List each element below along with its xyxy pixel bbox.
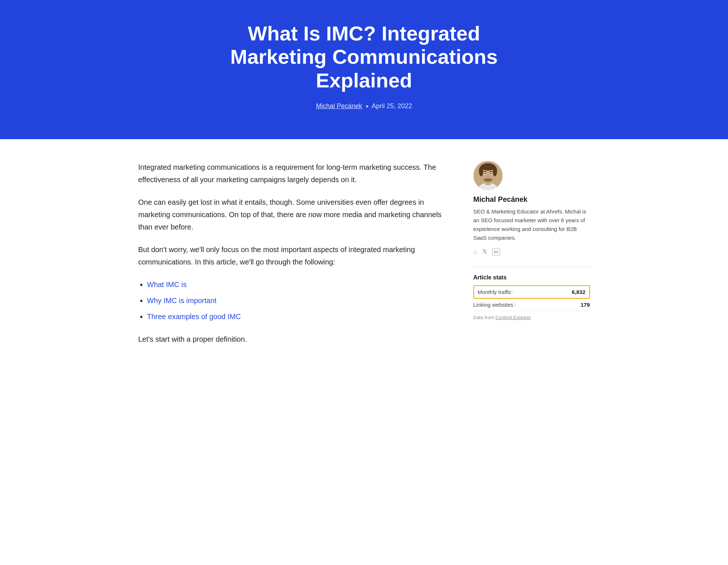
toc-link-1[interactable]: What IMC is	[147, 280, 187, 289]
list-item: Why IMC is important	[147, 294, 444, 307]
toc-link-2[interactable]: Why IMC is important	[147, 297, 217, 305]
toc-list: What IMC is Why IMC is important Three e…	[147, 278, 444, 323]
twitter-icon[interactable]: 𝕏	[482, 248, 487, 256]
monthly-traffic-value: 6,832	[572, 289, 586, 295]
article-stats: Article stats Monthly traffic i 6,832 Li…	[473, 267, 590, 320]
author-social-links: ⌂ 𝕏 in	[473, 248, 590, 256]
svg-point-9	[484, 173, 486, 174]
home-icon[interactable]: ⌂	[473, 248, 477, 256]
hero-meta: Michal Pecánek April 25, 2022	[7, 102, 721, 110]
stats-footer: Data from Content Explorer	[473, 315, 590, 320]
content-explorer-link[interactable]: Content Explorer	[495, 315, 531, 320]
linking-websites-info-icon[interactable]: i	[515, 302, 516, 307]
article-body: Integrated marketing communications is a…	[138, 161, 444, 356]
svg-point-10	[490, 173, 492, 174]
author-link[interactable]: Michal Pecánek	[316, 102, 362, 110]
author-name: Michal Pecánek	[473, 195, 590, 204]
closing-paragraph: Let's start with a proper definition.	[138, 333, 444, 345]
monthly-traffic-label: Monthly traffic i	[478, 289, 514, 295]
intro-paragraph-3: But don't worry, we'll only focus on the…	[138, 243, 444, 268]
svg-point-5	[479, 166, 483, 176]
avatar-image	[473, 161, 503, 190]
author-card: Michal Pecánek SEO & Marketing Educator …	[473, 161, 590, 256]
publish-date: April 25, 2022	[372, 102, 412, 110]
linkedin-icon[interactable]: in	[492, 248, 500, 256]
linking-websites-label: Linking websites i	[473, 302, 516, 308]
author-bio: SEO & Marketing Educator at Ahrefs. Mich…	[473, 207, 590, 242]
intro-paragraph-1: Integrated marketing communications is a…	[138, 161, 444, 186]
linking-websites-value: 179	[581, 302, 590, 308]
avatar	[473, 161, 503, 190]
sidebar: Michal Pecánek SEO & Marketing Educator …	[473, 161, 590, 320]
svg-point-6	[493, 166, 497, 176]
monthly-traffic-info-icon[interactable]: i	[513, 290, 514, 295]
article-stats-title: Article stats	[473, 274, 590, 281]
monthly-traffic-row: Monthly traffic i 6,832	[473, 285, 590, 299]
svg-point-11	[484, 178, 492, 182]
list-item: Three examples of good IMC	[147, 310, 444, 323]
linking-websites-row: Linking websites i 179	[473, 299, 590, 311]
meta-separator	[366, 105, 368, 107]
intro-paragraph-2: One can easily get lost in what it entai…	[138, 196, 444, 233]
list-item: What IMC is	[147, 278, 444, 291]
toc-link-3[interactable]: Three examples of good IMC	[147, 313, 241, 321]
page-title: What Is IMC? Integrated Marketing Commun…	[219, 22, 510, 92]
content-wrapper: Integrated marketing communications is a…	[109, 139, 619, 377]
hero-section: What Is IMC? Integrated Marketing Commun…	[0, 0, 728, 139]
